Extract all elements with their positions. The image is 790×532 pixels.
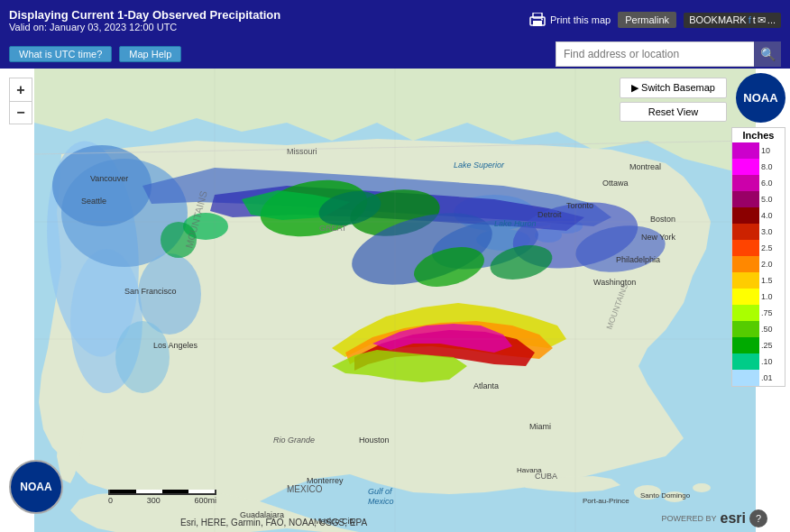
map-title: Displaying Current 1-Day Observed Precip… (9, 8, 280, 22)
map-help-button[interactable]: Map Help (119, 46, 181, 62)
print-button[interactable]: Print this map (528, 13, 611, 27)
legend-value-label: 2.0 (759, 260, 773, 269)
legend-row: 10 (732, 142, 785, 159)
legend-row: 8.0 (732, 159, 785, 175)
scale-line (108, 490, 216, 495)
legend-value-label: 4.0 (759, 211, 773, 220)
twitter-icon[interactable]: t (753, 14, 756, 25)
svg-text:New York: New York (641, 233, 676, 242)
facebook-icon[interactable]: f (749, 14, 751, 25)
bookmark-area: BOOKMARK f t ✉ ... (684, 13, 781, 28)
search-input[interactable] (556, 41, 754, 67)
search-button[interactable]: 🔍 (754, 41, 781, 67)
svg-text:Philadelphia: Philadelphia (616, 255, 660, 264)
legend-row: .75 (732, 305, 785, 321)
svg-text:Lake Huron: Lake Huron (494, 219, 537, 228)
legend-row: 2.0 (732, 256, 785, 272)
zoom-controls: + − (9, 78, 32, 124)
email-icon[interactable]: ✉ (758, 14, 766, 26)
svg-text:Havana: Havana (517, 466, 542, 474)
legend-color-swatch (732, 159, 759, 175)
legend-value-label: 6.0 (759, 179, 773, 188)
powered-by-label: POWERED BY (662, 514, 717, 523)
svg-text:Seattle: Seattle (81, 197, 106, 206)
map-svg: MOUNTAINS Vancouver Seattle Los Angeles … (0, 69, 790, 532)
printer-icon (528, 13, 547, 27)
scale-segment (188, 490, 215, 493)
legend-value-label: 10 (759, 146, 770, 155)
color-legend: Inches 108.06.05.04.03.02.52.01.51.0.75.… (731, 127, 785, 387)
header-bar: Displaying Current 1-Day Observed Precip… (0, 0, 790, 40)
legend-color-swatch (732, 272, 759, 289)
search-box: 🔍 (556, 41, 781, 67)
noaa-circle: NOAA (9, 460, 63, 514)
svg-text:Atlanta: Atlanta (473, 381, 499, 390)
svg-point-7 (693, 483, 711, 492)
legend-value-label: 1.5 (759, 276, 773, 285)
map-subtitle: Valid on: January 03, 2023 12:00 UTC (9, 22, 280, 32)
svg-text:Port-au-Prince: Port-au-Prince (583, 497, 629, 505)
legend-row: .10 (732, 353, 785, 370)
legend-row: 6.0 (732, 175, 785, 191)
svg-text:Rio Grande: Rio Grande (273, 436, 315, 445)
svg-text:Detroit: Detroit (537, 210, 562, 219)
legend-row: 1.5 (732, 272, 785, 289)
legend-color-swatch (732, 240, 759, 256)
scale-label-600: 600mi (194, 496, 216, 505)
svg-text:Ottawa: Ottawa (602, 179, 629, 188)
legend-color-swatch (732, 191, 759, 207)
svg-text:Santo Domingo: Santo Domingo (640, 491, 691, 500)
legend-value-label: 5.0 (759, 195, 773, 204)
legend-color-swatch (732, 142, 759, 159)
arrow-icon: ▶ (631, 82, 641, 93)
legend-value-label: 3.0 (759, 227, 773, 236)
zoom-in-button[interactable]: + (9, 78, 32, 101)
legend-value-label: .75 (759, 308, 773, 317)
bookmark-label: BOOKMARK (689, 14, 747, 25)
scale-segment (162, 490, 188, 493)
esri-area: POWERED BY esri ? (662, 509, 767, 527)
permalink-button[interactable]: Permalink (618, 12, 676, 28)
noaa-logo-top: NOAA (736, 73, 785, 123)
svg-point-27 (115, 321, 170, 393)
scale-segment (110, 490, 136, 493)
map-help-icon-button[interactable]: ? (749, 509, 767, 527)
svg-text:Miami: Miami (529, 422, 551, 431)
utc-time-button[interactable]: What is UTC time? (9, 46, 112, 62)
legend-row: 5.0 (732, 191, 785, 207)
svg-text:MEXICO: MEXICO (287, 484, 323, 494)
svg-text:Mexico: Mexico (368, 497, 394, 506)
legend-color-swatch (732, 256, 759, 272)
legend-color-swatch (732, 289, 759, 305)
header-left: Displaying Current 1-Day Observed Precip… (9, 8, 280, 32)
svg-text:Los Angeles: Los Angeles (153, 341, 198, 350)
svg-text:Vancouver: Vancouver (90, 174, 128, 183)
zoom-out-button[interactable]: − (9, 101, 32, 124)
svg-text:Houston: Houston (359, 436, 390, 445)
legend-row: 1.0 (732, 289, 785, 305)
legend-row: 3.0 (732, 224, 785, 240)
legend-color-swatch (732, 175, 759, 191)
scale-bar: 0 300 600mi (108, 490, 216, 505)
switch-basemap-button[interactable]: ▶ Switch Basemap (620, 78, 727, 98)
legend-row: 4.0 (732, 207, 785, 224)
legend-row: .25 (732, 337, 785, 353)
esri-logo: esri (721, 510, 746, 527)
noaa-logo-text: NOAA (743, 91, 777, 105)
toolbar: What is UTC time? Map Help 🔍 (0, 40, 790, 69)
svg-text:GREAT: GREAT (319, 224, 347, 233)
legend-value-label: .25 (759, 341, 773, 350)
legend-value-label: .50 (759, 325, 773, 334)
map-container[interactable]: MOUNTAINS Vancouver Seattle Los Angeles … (0, 69, 790, 532)
reset-view-button[interactable]: Reset View (620, 102, 727, 122)
legend-color-swatch (732, 224, 759, 240)
svg-text:Lake Superior: Lake Superior (454, 161, 505, 170)
more-icon[interactable]: ... (767, 14, 776, 25)
legend-value-label: .10 (759, 357, 773, 366)
scale-segment (136, 490, 162, 493)
svg-text:Montreal: Montreal (629, 162, 661, 171)
svg-point-16 (52, 145, 152, 226)
svg-rect-1 (533, 21, 542, 26)
svg-text:San Francisco: San Francisco (124, 287, 177, 296)
header-right: Print this map Permalink BOOKMARK f t ✉ … (528, 12, 781, 28)
